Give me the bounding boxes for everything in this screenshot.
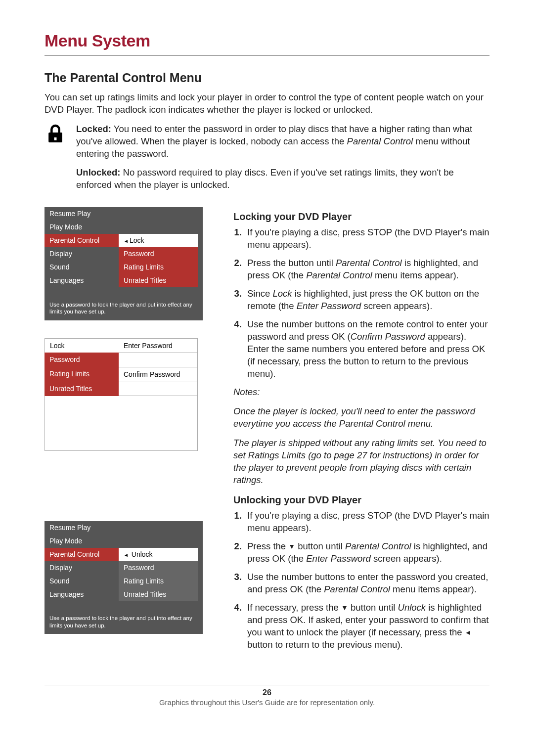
field-label: Confirm Password <box>119 367 198 382</box>
menu-item: Sound <box>44 575 119 588</box>
menu-item: Play Mode <box>44 534 119 548</box>
field-blank <box>119 382 198 396</box>
triangle-left-icon <box>124 550 130 558</box>
menu-item-selected: Lock <box>44 338 119 353</box>
menu-item: Rating Limits <box>44 367 119 382</box>
t: menu items appear). <box>372 270 459 280</box>
t: menu items appear). <box>390 584 477 594</box>
page-number: 26 <box>44 687 490 698</box>
t: Enter Password <box>297 301 361 311</box>
unlocked-paragraph: Unlocked: No password required to play d… <box>76 167 490 191</box>
step: Use the number buttons on the remote con… <box>244 318 490 380</box>
svg-rect-1 <box>54 137 57 140</box>
submenu-item-selected: Lock <box>119 234 198 247</box>
locking-steps: If you're playing a disc, press STOP (th… <box>233 226 490 380</box>
menu-item: Resume Play <box>44 521 119 534</box>
spacer <box>44 469 213 503</box>
menu-help-text: Use a password to lock the player and pu… <box>44 287 203 315</box>
title-rule <box>44 55 490 56</box>
submenu-label: Lock <box>130 236 144 244</box>
t: Press the <box>247 541 288 551</box>
t: Parental Control <box>324 584 390 594</box>
step: Since Lock is highlighted, just press th… <box>244 288 490 312</box>
menu-item-selected: Parental Control <box>44 234 119 247</box>
footer-rule <box>44 685 490 685</box>
t: Enter Password <box>306 553 371 564</box>
intro-paragraph: You can set up ratings limits and lock y… <box>44 91 490 116</box>
t: Press the button until <box>247 258 336 268</box>
step: If you're playing a disc, press STOP (th… <box>244 226 490 251</box>
section-title: The Parental Control Menu <box>44 70 490 87</box>
menu-item: Display <box>44 561 119 575</box>
triangle-left-icon <box>124 236 130 244</box>
menu-item: Sound <box>44 261 119 274</box>
menu-item: Play Mode <box>44 221 119 234</box>
locked-label: Locked: <box>76 124 111 134</box>
menu-screenshot-password: Lock Enter Password Password Rating Limi… <box>44 338 203 451</box>
menu-help-text: Use a password to lock the player and pu… <box>44 601 203 629</box>
field-label: Enter Password <box>119 338 198 353</box>
submenu-item: Password <box>119 561 198 575</box>
submenu-item: Unrated Titles <box>119 274 198 287</box>
footer-note: Graphics throughout this User's Guide ar… <box>44 698 490 708</box>
t: Unlock <box>398 602 426 613</box>
submenu-item: Password <box>119 247 198 261</box>
menu-item: Resume Play <box>44 207 119 221</box>
t: screen appears). <box>371 553 442 564</box>
menu-item: Display <box>44 247 119 261</box>
page-title: Menu System <box>44 30 490 52</box>
step: If you're playing a disc, press STOP (th… <box>244 510 490 534</box>
locked-paragraph: Locked: You need to enter the password i… <box>76 123 490 160</box>
subheading-unlocking: Unlocking your DVD Player <box>233 493 490 507</box>
t: Parental Control <box>345 541 411 551</box>
note: The player is shipped without any rating… <box>233 437 490 487</box>
field-blank <box>119 353 198 367</box>
t: button to return to the previous menu). <box>247 639 403 650</box>
svg-rect-0 <box>48 133 62 142</box>
locked-text-italic: Parental Control <box>347 136 413 146</box>
submenu-item: Rating Limits <box>119 261 198 274</box>
step: Press the button until Parental Control … <box>244 257 490 282</box>
menu-screenshot-unlock: Resume Play Play Mode Parental Control U… <box>44 521 203 634</box>
subheading-locking: Locking your DVD Player <box>233 210 490 223</box>
t: Parental Control <box>306 270 372 280</box>
t: Parental Control <box>336 258 402 268</box>
unlocking-steps: If you're playing a disc, press STOP (th… <box>233 510 490 651</box>
unlocked-text: No password required to play discs. Even… <box>76 167 454 190</box>
step: Use the number buttons to enter the pass… <box>244 571 490 596</box>
submenu-item-selected: Unlock <box>119 548 198 561</box>
menu-item: Languages <box>44 274 119 287</box>
unlocked-label: Unlocked: <box>76 167 120 178</box>
submenu-item: Rating Limits <box>119 575 198 588</box>
submenu-label: Unlock <box>132 550 153 558</box>
arrow-down-icon: ▼ <box>341 604 348 612</box>
lock-icon <box>44 123 66 199</box>
arrow-down-icon: ▼ <box>288 542 295 550</box>
menu-item: Languages <box>44 588 119 601</box>
menu-padding <box>44 396 198 451</box>
step: If necessary, press the ▼ button until U… <box>244 602 490 651</box>
t: screen appears). <box>361 301 432 311</box>
menu-item: Password <box>44 353 119 367</box>
t: Lock <box>272 288 292 299</box>
t: button until <box>295 541 345 551</box>
t: Since <box>247 288 272 299</box>
notes-label: Notes: <box>233 386 490 399</box>
menu-item: Unrated Titles <box>44 382 119 396</box>
step: Press the ▼ button until Parental Contro… <box>244 540 490 565</box>
menu-item-selected: Parental Control <box>44 548 119 561</box>
submenu-item: Unrated Titles <box>119 588 198 601</box>
menu-screenshot-lock: Resume Play Play Mode Parental Control L… <box>44 207 203 320</box>
t: button until <box>348 602 398 613</box>
t: If necessary, press the <box>247 602 341 613</box>
arrow-left-icon: ◄ <box>465 628 472 636</box>
note: Once the player is locked, you'll need t… <box>233 405 490 430</box>
t: Confirm Password <box>351 331 425 342</box>
